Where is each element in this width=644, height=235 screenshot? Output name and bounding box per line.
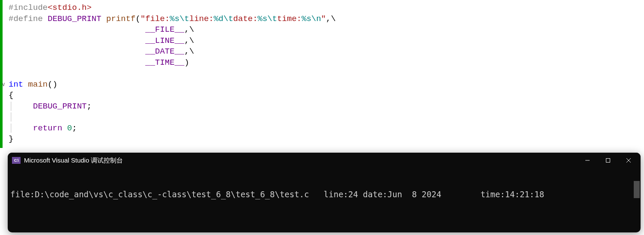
format-spec: %s [258,14,268,24]
debug-console-window: C:\ Microsoft Visual Studio 调试控制台 file:D… [8,153,641,232]
code-line[interactable]: { [3,90,644,101]
code-line[interactable]: #include<stdio.h> [3,3,644,14]
minimize-button[interactable] [577,153,598,168]
console-app-icon: C:\ [12,157,21,164]
console-scrollbar-thumb[interactable] [634,181,640,198]
semicolon: ; [86,102,91,111]
string-text: line: [189,14,214,24]
function-name: main [23,80,48,89]
number-literal: 0 [67,124,72,133]
predefined-macro: __TIME__ [145,58,184,67]
preprocessor-keyword: #define [9,14,43,24]
code-line[interactable]: __LINE__,\ [3,36,644,47]
indent [9,25,145,34]
paren: ( [135,14,140,24]
format-spec: %d [214,14,224,24]
code-line[interactable]: ∨int main() [3,79,644,90]
code-line[interactable]: #define DEBUG_PRINT printf("file:%s\tlin… [3,14,644,25]
predefined-macro: __FILE__ [145,25,184,34]
escape-seq: \t [267,14,277,24]
maximize-icon [605,158,611,163]
parens: () [48,80,57,89]
format-spec: %s [301,14,311,24]
escape-seq: \t [179,14,189,24]
indent [9,36,145,45]
string-text: time: [277,14,301,24]
fold-collapse-icon[interactable]: ∨ [2,79,5,90]
code-line[interactable]: __FILE__,\ [3,24,644,36]
indent-guide: │ [9,112,13,122]
indent [9,47,145,56]
include-target: <stdio.h> [48,3,92,12]
function-name: printf [106,14,135,24]
escape-seq: \t [224,14,233,24]
indent [13,102,33,111]
string-quote: " [140,14,145,24]
paren: ) [184,58,189,67]
indent [9,58,145,67]
semicolon: ; [72,124,77,133]
minimize-icon [585,158,590,163]
type-keyword: int [9,80,23,89]
code-line[interactable]: __TIME__) [3,57,644,69]
line-continuation: ,\ [184,47,194,56]
close-icon [626,158,631,163]
code-editor[interactable]: #include<stdio.h> #define DEBUG_PRINT pr… [0,0,644,148]
line-continuation: ,\ [184,36,194,45]
code-line[interactable]: } [3,134,644,145]
predefined-macro: __LINE__ [145,36,184,45]
format-spec: %s [170,14,179,24]
preprocessor-keyword: #include [9,3,48,12]
close-button[interactable] [618,153,639,168]
escape-seq: \n [311,14,321,24]
window-controls [577,153,639,168]
code-line[interactable]: __DATE__,\ [3,46,644,57]
line-continuation: ,\ [326,14,336,24]
macro-name: DEBUG_PRINT [43,14,106,24]
console-titlebar[interactable]: C:\ Microsoft Visual Studio 调试控制台 [8,153,641,168]
string-quote: " [321,14,326,24]
svg-rect-1 [606,159,610,163]
brace-close: } [9,134,13,144]
line-continuation: ,\ [184,25,194,34]
indent [13,124,33,133]
console-title: Microsoft Visual Studio 调试控制台 [24,157,123,165]
console-output[interactable]: file:D:\code_and\vs\c_class\c_-class\tes… [8,168,641,232]
maximize-button[interactable] [598,153,618,168]
code-line-blank[interactable]: │ [3,112,644,123]
indent-guide: │ [9,102,13,111]
code-line[interactable]: │ return 0; [3,123,644,134]
keyword-return: return [33,124,62,133]
code-line[interactable]: │ DEBUG_PRINT; [3,101,644,112]
string-text: date: [233,14,258,24]
brace-open: { [9,90,13,100]
macro-call: DEBUG_PRINT [33,102,86,111]
string-text: file: [145,14,170,24]
code-line-blank[interactable] [3,68,644,79]
indent-guide: │ [9,124,13,133]
console-line: file:D:\code_and\vs\c_class\c_-class\tes… [10,190,638,199]
predefined-macro: __DATE__ [145,47,184,56]
space [62,124,67,133]
